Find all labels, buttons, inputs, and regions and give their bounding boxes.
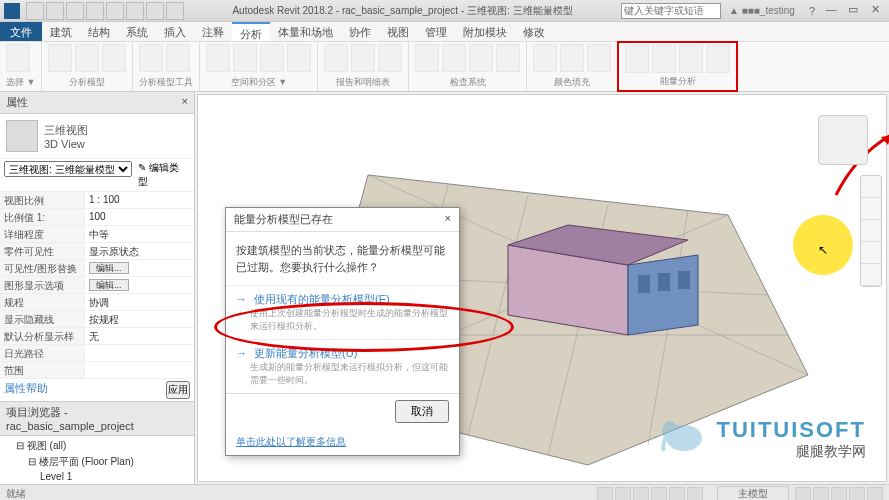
qat-save[interactable] <box>46 2 64 20</box>
ribbon-tab[interactable]: 建筑 <box>42 22 80 41</box>
ribbon-button[interactable] <box>75 44 99 72</box>
qat-sync[interactable] <box>126 2 144 20</box>
property-row[interactable]: 视图比例1 : 100 <box>0 191 194 208</box>
status-btn[interactable] <box>687 487 703 501</box>
help-icon[interactable]: ? <box>809 5 815 17</box>
property-value[interactable] <box>85 345 194 361</box>
ribbon-button[interactable] <box>560 44 584 72</box>
qat-measure[interactable] <box>146 2 164 20</box>
status-btn[interactable] <box>849 487 865 501</box>
tree-node[interactable]: ⊟ 视图 (all) <box>2 438 192 454</box>
edit-type-button[interactable]: ✎ 编辑类型 <box>134 161 190 189</box>
ribbon-button[interactable] <box>625 45 649 73</box>
property-value[interactable] <box>85 362 194 378</box>
ribbon-button[interactable] <box>652 45 676 73</box>
ribbon-button[interactable] <box>469 44 493 72</box>
ribbon-button[interactable] <box>166 44 190 72</box>
property-row[interactable]: 零件可见性显示原状态 <box>0 242 194 259</box>
property-value[interactable]: 按规程 <box>85 311 194 327</box>
property-edit-button[interactable]: 编辑... <box>89 279 129 291</box>
property-row[interactable]: 范围 <box>0 361 194 378</box>
file-tab[interactable]: 文件 <box>0 22 42 41</box>
apply-button[interactable]: 应用 <box>166 381 190 399</box>
ribbon-tab[interactable]: 协作 <box>341 22 379 41</box>
ribbon-tab[interactable]: 体量和场地 <box>270 22 341 41</box>
property-edit-button[interactable]: 编辑... <box>89 262 129 274</box>
ribbon-button[interactable] <box>351 44 375 72</box>
navigation-bar[interactable] <box>860 175 882 287</box>
property-row[interactable]: 规程协调 <box>0 293 194 310</box>
property-row[interactable]: 图形显示选项编辑... <box>0 276 194 293</box>
ribbon-tab[interactable]: 系统 <box>118 22 156 41</box>
ribbon-button[interactable] <box>533 44 557 72</box>
property-row[interactable]: 显示隐藏线按规程 <box>0 310 194 327</box>
property-row[interactable]: 比例值 1:100 <box>0 208 194 225</box>
ribbon-button[interactable] <box>324 44 348 72</box>
status-btn[interactable] <box>831 487 847 501</box>
dialog-more-info-link[interactable]: 单击此处以了解更多信息 <box>226 429 459 455</box>
qat-open[interactable] <box>26 2 44 20</box>
property-value[interactable]: 100 <box>85 209 194 225</box>
close-button[interactable]: ✕ <box>865 3 885 19</box>
property-value[interactable]: 无 <box>85 328 194 344</box>
ribbon-tab[interactable]: 视图 <box>379 22 417 41</box>
status-btn[interactable] <box>867 487 883 501</box>
ribbon-tab[interactable]: 修改 <box>515 22 553 41</box>
ribbon-button[interactable] <box>6 44 30 72</box>
ribbon-tab[interactable]: 注释 <box>194 22 232 41</box>
nav-pan-icon[interactable] <box>861 220 881 242</box>
nav-home-icon[interactable] <box>861 176 881 198</box>
nav-orbit-icon[interactable] <box>861 264 881 286</box>
ribbon-button[interactable] <box>139 44 163 72</box>
ribbon-button[interactable] <box>496 44 520 72</box>
ribbon-button[interactable] <box>260 44 284 72</box>
status-btn[interactable] <box>795 487 811 501</box>
qat-print[interactable] <box>106 2 124 20</box>
ribbon-button[interactable] <box>206 44 230 72</box>
ribbon-button[interactable] <box>706 45 730 73</box>
tree-node[interactable]: ⊟ 楼层平面 (Floor Plan) <box>2 454 192 470</box>
ribbon-button[interactable] <box>233 44 257 72</box>
nav-zoom-icon[interactable] <box>861 242 881 264</box>
ribbon-button[interactable] <box>48 44 72 72</box>
status-btn[interactable] <box>651 487 667 501</box>
dialog-close-icon[interactable]: × <box>445 212 451 227</box>
status-btn[interactable] <box>813 487 829 501</box>
ribbon-button[interactable] <box>679 45 703 73</box>
user-label[interactable]: ▲ ■■■_testing <box>729 5 795 16</box>
ribbon-button[interactable] <box>587 44 611 72</box>
dialog-cancel-button[interactable]: 取消 <box>395 400 449 423</box>
dialog-option-update[interactable]: → 更新能量分析模型(U) 生成新的能量分析模型来运行模拟分析，但这可能需要一些… <box>226 339 459 393</box>
property-value[interactable]: 中等 <box>85 226 194 242</box>
status-btn[interactable] <box>597 487 613 501</box>
nav-wheel-icon[interactable] <box>861 198 881 220</box>
ribbon-tab[interactable]: 附加模块 <box>455 22 515 41</box>
ribbon-button[interactable] <box>287 44 311 72</box>
ribbon-button[interactable] <box>415 44 439 72</box>
dialog-option-use-existing[interactable]: → 使用现有的能量分析模型(E) 使用上次创建能量分析模型时生成的能量分析模型来… <box>226 285 459 339</box>
status-btn[interactable] <box>633 487 649 501</box>
properties-help-link[interactable]: 属性帮助 <box>4 381 166 399</box>
property-value[interactable]: 编辑... <box>85 260 194 276</box>
property-value[interactable]: 1 : 100 <box>85 192 194 208</box>
properties-close-icon[interactable]: × <box>182 95 188 110</box>
help-search-input[interactable] <box>621 3 721 19</box>
status-main-model[interactable]: 主模型 <box>717 486 789 501</box>
property-value[interactable]: 协调 <box>85 294 194 310</box>
tree-node[interactable]: Level 1 <box>2 470 192 483</box>
view-cube[interactable] <box>818 115 868 165</box>
property-row[interactable]: 可见性/图形替换编辑... <box>0 259 194 276</box>
property-value[interactable]: 显示原状态 <box>85 243 194 259</box>
qat-more[interactable] <box>166 2 184 20</box>
status-btn[interactable] <box>615 487 631 501</box>
property-value[interactable]: 编辑... <box>85 277 194 293</box>
ribbon-tab[interactable]: 结构 <box>80 22 118 41</box>
type-selector[interactable]: 三维视图 3D View <box>0 114 194 158</box>
instance-selector[interactable]: 三维视图: 三维能量模型 <box>4 161 132 177</box>
ribbon-tab[interactable]: 管理 <box>417 22 455 41</box>
minimize-button[interactable]: — <box>821 3 841 19</box>
ribbon-button[interactable] <box>378 44 402 72</box>
property-row[interactable]: 默认分析显示样式无 <box>0 327 194 344</box>
tree-node[interactable]: Level 2 <box>2 483 192 484</box>
property-row[interactable]: 详细程度中等 <box>0 225 194 242</box>
